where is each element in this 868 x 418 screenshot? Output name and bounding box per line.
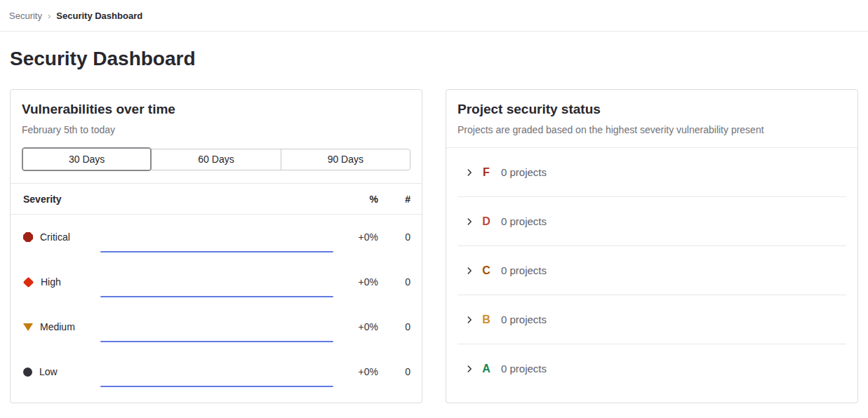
low-sparkline: [100, 386, 333, 387]
day-range-segmented-control: 30 Days 60 Days 90 Days: [22, 147, 410, 171]
table-row-high: High +0% 0: [11, 259, 422, 304]
vuln-card-date-range: February 5th to today: [22, 123, 410, 137]
vuln-card-header: Vulnerabilities over time February 5th t…: [11, 90, 422, 137]
percent-column-header: %: [335, 194, 378, 205]
grade-f-project-count: 0 projects: [501, 166, 547, 178]
range-button-30-days[interactable]: 30 Days: [22, 147, 152, 171]
chevron-right-icon: [465, 266, 474, 276]
project-security-status-card: Project security status Projects are gra…: [446, 89, 858, 403]
high-count: 0: [378, 276, 410, 288]
critical-sparkline: [100, 251, 333, 252]
severity-label: Medium: [40, 321, 75, 332]
grade-d-project-count: 0 projects: [501, 215, 547, 227]
low-percent-change: +0%: [335, 366, 378, 377]
chevron-right-icon: [465, 168, 474, 177]
status-card-subtitle: Projects are graded based on the highest…: [458, 123, 846, 137]
severity-low-icon: [23, 368, 32, 377]
grade-list: F 0 projects D 0 projects C 0 projects: [446, 148, 857, 393]
chevron-right-icon: [465, 217, 474, 227]
grade-row-f[interactable]: F 0 projects: [446, 148, 857, 196]
grade-row-a[interactable]: A 0 projects: [446, 344, 857, 393]
grade-b-project-count: 0 projects: [501, 314, 547, 325]
dashboard-cards: Vulnerabilities over time February 5th t…: [0, 89, 868, 403]
medium-count: 0: [378, 321, 410, 332]
severity-column-header: Severity: [23, 194, 100, 205]
severity-label: Critical: [40, 231, 70, 243]
severity-table-header: Severity % #: [11, 183, 422, 215]
medium-percent-change: +0%: [335, 321, 378, 332]
grade-row-c[interactable]: C 0 projects: [446, 246, 857, 295]
breadcrumb-item-security-dashboard: Security Dashboard: [56, 11, 142, 21]
count-column-header: #: [378, 194, 410, 205]
severity-medium-icon: [23, 323, 33, 331]
high-percent-change: +0%: [335, 276, 378, 288]
status-card-title: Project security status: [458, 101, 846, 118]
status-card-header: Project security status Projects are gra…: [446, 90, 857, 148]
grade-letter-b: B: [481, 314, 492, 326]
medium-sparkline: [100, 341, 333, 342]
grade-letter-c: C: [481, 264, 492, 277]
vuln-card-title: Vulnerabilities over time: [22, 101, 410, 118]
breadcrumb-separator-icon: ›: [48, 11, 51, 21]
chevron-right-icon: [465, 315, 474, 325]
grade-letter-d: D: [481, 215, 492, 228]
chevron-right-icon: [465, 364, 474, 374]
severity-table: Severity % # Critical +0% 0 Hig: [11, 183, 422, 394]
grade-letter-a: A: [481, 363, 492, 375]
grade-a-project-count: 0 projects: [501, 363, 547, 375]
severity-critical-icon: [23, 232, 33, 242]
breadcrumb-item-security[interactable]: Security: [9, 11, 42, 21]
critical-count: 0: [378, 231, 410, 243]
low-count: 0: [378, 366, 410, 377]
grade-row-b[interactable]: B 0 projects: [446, 295, 857, 344]
vulnerabilities-over-time-card: Vulnerabilities over time February 5th t…: [10, 89, 422, 403]
severity-label: High: [41, 276, 61, 288]
table-row-critical: Critical +0% 0: [11, 215, 422, 259]
severity-label: Low: [39, 366, 58, 377]
severity-high-icon: [23, 276, 34, 288]
grade-letter-f: F: [481, 166, 492, 179]
table-row-low: Low +0% 0: [11, 349, 422, 394]
grade-row-d[interactable]: D 0 projects: [446, 197, 857, 245]
breadcrumb: Security › Security Dashboard: [0, 0, 868, 32]
page-title: Security Dashboard: [10, 46, 858, 72]
table-row-medium: Medium +0% 0: [11, 304, 422, 349]
range-button-60-days[interactable]: 60 Days: [151, 149, 281, 170]
critical-percent-change: +0%: [335, 231, 378, 243]
high-sparkline: [100, 296, 333, 297]
range-button-90-days[interactable]: 90 Days: [281, 149, 410, 170]
grade-c-project-count: 0 projects: [501, 264, 547, 276]
